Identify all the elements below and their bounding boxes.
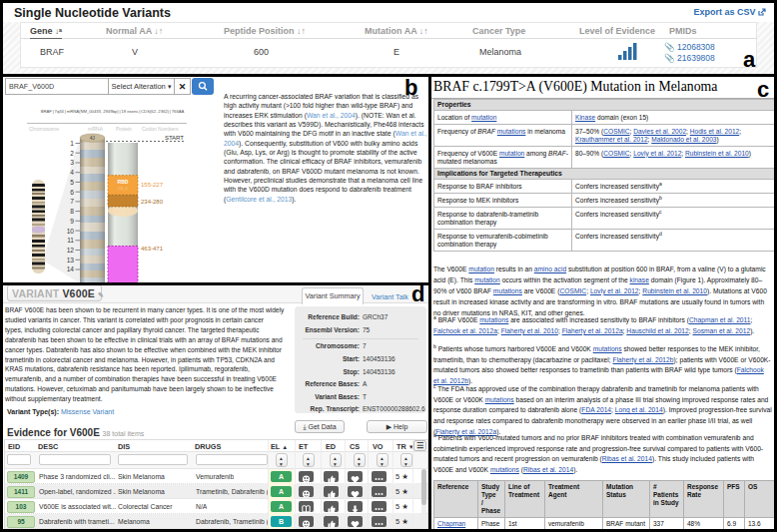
svg-text:463-471: 463-471 bbox=[141, 246, 164, 252]
svg-text:9: 9 bbox=[70, 218, 74, 225]
svg-text:5: 5 bbox=[70, 179, 74, 186]
svg-text:13: 13 bbox=[67, 257, 75, 264]
svg-text:7: 7 bbox=[70, 198, 74, 205]
svg-text:6: 6 bbox=[70, 189, 74, 196]
svg-text:START: START bbox=[165, 135, 184, 141]
svg-text:4J: 4J bbox=[90, 136, 95, 141]
svg-text:234-280: 234-280 bbox=[141, 199, 164, 205]
svg-text:10: 10 bbox=[67, 228, 75, 235]
svg-text:155-227: 155-227 bbox=[141, 182, 164, 188]
svg-text:14: 14 bbox=[67, 266, 75, 272]
svg-text:RBD: RBD bbox=[118, 179, 129, 185]
svg-text:C1_1: C1_1 bbox=[118, 186, 128, 191]
svg-text:1: 1 bbox=[70, 140, 74, 147]
svg-text:3: 3 bbox=[70, 159, 74, 166]
svg-text:8: 8 bbox=[70, 208, 74, 215]
svg-text:12: 12 bbox=[67, 247, 75, 254]
svg-text:4: 4 bbox=[70, 169, 74, 176]
svg-text:11: 11 bbox=[67, 237, 74, 244]
svg-text:2: 2 bbox=[70, 150, 74, 157]
